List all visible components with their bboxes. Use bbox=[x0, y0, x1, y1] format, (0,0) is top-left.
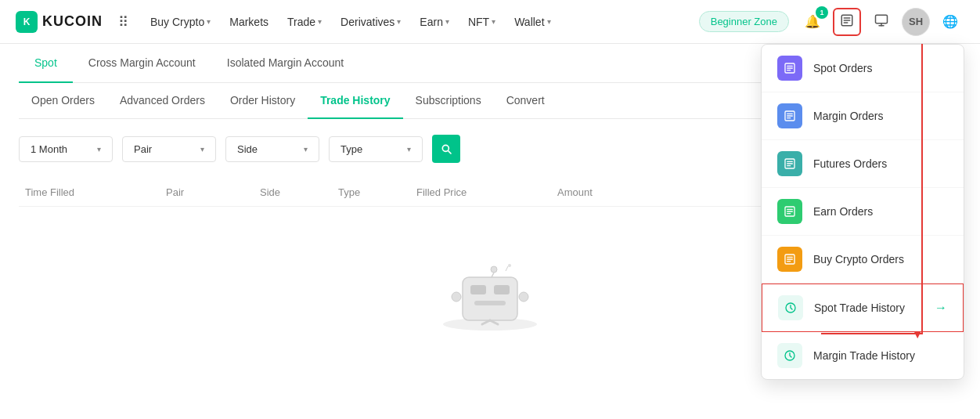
dropdown-spot-orders[interactable]: Spot Orders bbox=[762, 45, 964, 92]
tab-open-orders[interactable]: Open Orders bbox=[19, 83, 107, 119]
dropdown-margin-orders[interactable]: Margin Orders bbox=[762, 92, 964, 140]
chevron-down-icon: ▾ bbox=[397, 17, 401, 26]
logo[interactable]: K KUCOIN bbox=[16, 11, 103, 33]
chevron-down-icon: ▾ bbox=[492, 17, 495, 26]
nav-trade[interactable]: Trade ▾ bbox=[279, 11, 330, 33]
chevron-down-icon: ▾ bbox=[407, 145, 411, 154]
nav-buy-crypto[interactable]: Buy Crypto ▾ bbox=[142, 11, 218, 33]
chevron-down-icon: ▾ bbox=[304, 145, 308, 154]
logo-text: KUCOIN bbox=[42, 13, 103, 30]
monitor-icon bbox=[874, 13, 888, 31]
svg-rect-8 bbox=[463, 277, 517, 320]
chevron-down-icon: ▾ bbox=[318, 17, 322, 26]
svg-rect-10 bbox=[494, 285, 510, 294]
empty-illustration bbox=[427, 254, 553, 332]
tab-advanced-orders[interactable]: Advanced Orders bbox=[107, 83, 218, 119]
nav-nft[interactable]: NFT ▾ bbox=[460, 11, 503, 33]
col-filled-price: Filled Price bbox=[410, 186, 551, 198]
type-filter-value: Type bbox=[340, 143, 362, 155]
pair-filter-value: Pair bbox=[134, 143, 152, 155]
chevron-down-icon: ▾ bbox=[97, 145, 101, 154]
futures-orders-icon bbox=[777, 151, 802, 176]
side-filter[interactable]: Side ▾ bbox=[225, 136, 319, 162]
svg-rect-11 bbox=[474, 301, 506, 305]
notification-bell-button[interactable]: 🔔 1 bbox=[798, 8, 827, 36]
time-filter[interactable]: 1 Month ▾ bbox=[19, 136, 113, 162]
buy-crypto-orders-icon bbox=[777, 247, 802, 272]
tab-isolated-margin[interactable]: Isolated Margin Account bbox=[211, 44, 359, 83]
globe-icon: 🌐 bbox=[942, 14, 958, 29]
nav-derivatives[interactable]: Derivatives ▾ bbox=[333, 11, 409, 33]
margin-trade-history-icon bbox=[777, 343, 802, 368]
col-time-filled: Time Filled bbox=[19, 186, 160, 198]
dropdown-buy-crypto-orders[interactable]: Buy Crypto Orders bbox=[762, 236, 964, 284]
pair-filter[interactable]: Pair ▾ bbox=[122, 136, 216, 162]
svg-line-17 bbox=[506, 266, 508, 271]
avatar[interactable]: SH bbox=[902, 8, 930, 36]
dropdown-buy-crypto-orders-label: Buy Crypto Orders bbox=[813, 253, 904, 265]
svg-rect-9 bbox=[470, 285, 486, 294]
svg-rect-4 bbox=[876, 15, 888, 23]
logo-icon: K bbox=[16, 11, 38, 33]
chevron-down-icon: ▾ bbox=[207, 17, 211, 26]
earn-orders-icon bbox=[777, 199, 802, 224]
svg-point-12 bbox=[452, 292, 461, 302]
side-filter-value: Side bbox=[237, 143, 258, 155]
col-amount: Amount bbox=[551, 186, 676, 198]
svg-line-15 bbox=[492, 273, 494, 277]
chevron-down-icon: ▾ bbox=[547, 17, 551, 26]
tab-trade-history[interactable]: Trade History bbox=[308, 83, 402, 119]
margin-orders-icon bbox=[777, 103, 802, 128]
tab-order-history[interactable]: Order History bbox=[218, 83, 308, 119]
nav-wallet[interactable]: Wallet ▾ bbox=[506, 11, 558, 33]
dropdown-margin-trade-history[interactable]: Margin Trade History bbox=[762, 332, 964, 379]
col-side: Side bbox=[254, 186, 332, 198]
beginner-zone-button[interactable]: Beginner Zone bbox=[699, 11, 789, 32]
chevron-down-icon: ▾ bbox=[200, 145, 204, 154]
search-button[interactable] bbox=[432, 135, 460, 163]
col-pair: Pair bbox=[160, 186, 254, 198]
dropdown-spot-trade-history[interactable]: Spot Trade History → bbox=[762, 284, 964, 332]
spot-trade-history-icon bbox=[778, 295, 803, 320]
tab-cross-margin[interactable]: Cross Margin Account bbox=[73, 44, 211, 83]
dropdown-margin-trade-history-label: Margin Trade History bbox=[813, 349, 915, 362]
svg-point-13 bbox=[519, 292, 528, 302]
dropdown-earn-orders[interactable]: Earn Orders bbox=[762, 188, 964, 236]
dropdown-futures-orders-label: Futures Orders bbox=[813, 157, 887, 170]
dropdown-spot-orders-label: Spot Orders bbox=[813, 62, 872, 74]
main-nav: Buy Crypto ▾ Markets Trade ▾ Derivatives… bbox=[142, 11, 699, 33]
tab-subscriptions[interactable]: Subscriptions bbox=[403, 83, 494, 119]
chevron-down-icon: ▾ bbox=[445, 17, 449, 26]
spot-orders-icon bbox=[777, 56, 802, 81]
orders-panel-button[interactable] bbox=[833, 8, 861, 36]
tab-spot[interactable]: Spot bbox=[19, 44, 73, 83]
header: K KUCOIN ⠿ Buy Crypto ▾ Markets Trade ▾ … bbox=[0, 0, 980, 44]
dropdown-earn-orders-label: Earn Orders bbox=[813, 205, 873, 218]
notification-badge: 1 bbox=[816, 6, 828, 19]
time-filter-value: 1 Month bbox=[31, 143, 67, 155]
dropdown-spot-trade-history-label: Spot Trade History bbox=[814, 302, 905, 314]
svg-point-16 bbox=[508, 264, 511, 267]
language-button[interactable]: 🌐 bbox=[936, 8, 964, 36]
screen-mode-button[interactable] bbox=[867, 8, 895, 36]
orders-dropdown: Spot Orders Margin Orders Futures Orders… bbox=[761, 44, 964, 379]
col-type: Type bbox=[332, 186, 410, 198]
svg-point-14 bbox=[491, 266, 497, 273]
grid-icon[interactable]: ⠿ bbox=[118, 13, 128, 31]
nav-markets[interactable]: Markets bbox=[222, 11, 276, 33]
header-actions: 🔔 1 SH 🌐 bbox=[798, 8, 964, 36]
tab-convert[interactable]: Convert bbox=[494, 83, 557, 119]
dropdown-margin-orders-label: Margin Orders bbox=[813, 110, 883, 122]
nav-earn[interactable]: Earn ▾ bbox=[412, 11, 457, 33]
search-icon bbox=[440, 143, 452, 155]
orders-icon bbox=[840, 13, 854, 31]
dropdown-futures-orders[interactable]: Futures Orders bbox=[762, 140, 964, 188]
arrow-right-icon: → bbox=[935, 301, 947, 315]
type-filter[interactable]: Type ▾ bbox=[329, 136, 423, 162]
